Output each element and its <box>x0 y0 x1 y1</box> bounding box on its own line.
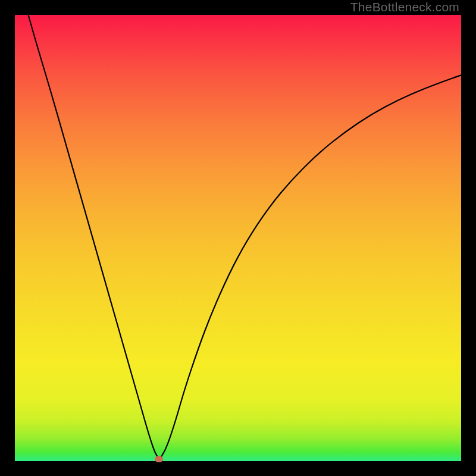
curve-left-branch <box>29 15 160 459</box>
chart-frame <box>15 15 461 461</box>
watermark-text: TheBottleneck.com <box>350 0 459 14</box>
curve-right-branch <box>160 75 461 459</box>
minimum-marker <box>155 456 163 462</box>
chart-curve-svg <box>15 15 461 461</box>
